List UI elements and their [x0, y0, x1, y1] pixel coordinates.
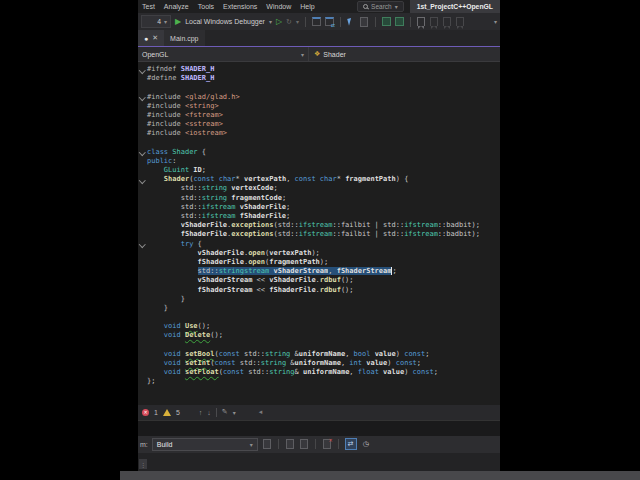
code-line: fShaderStream << fShaderFile.rdbuf();: [138, 286, 500, 295]
error-icon[interactable]: ✕: [142, 409, 149, 416]
timestamp-icon[interactable]: ◷: [361, 439, 371, 449]
sync-window-icon[interactable]: [325, 17, 334, 26]
prev-issue-icon[interactable]: ↑: [199, 409, 203, 416]
code-line: [138, 83, 500, 92]
fold-collapse-icon[interactable]: [138, 148, 147, 157]
search-box[interactable]: Search ▾: [357, 1, 404, 12]
code-line: std::ifstream fShaderFile;: [138, 212, 500, 221]
cursor-pointer-icon[interactable]: [347, 17, 356, 26]
fold-margin: [138, 304, 147, 313]
next-issue-icon[interactable]: ↓: [207, 409, 211, 416]
main-toolbar: 4 ▾ ▶ Local Windows Debugger ▾ ▷ ↻ ▾ ▾: [138, 13, 500, 30]
fold-margin: [138, 295, 147, 304]
warning-icon[interactable]: [163, 409, 171, 416]
word-wrap-icon[interactable]: ⇄: [345, 438, 357, 450]
fold-margin: [138, 120, 147, 129]
code-line: std::ifstream vShaderFile;: [138, 203, 500, 212]
code-line: #include <fstream>: [138, 111, 500, 120]
chevron-down-icon: ▾: [164, 18, 167, 25]
close-icon[interactable]: ✕: [152, 34, 158, 42]
fold-margin: [138, 111, 147, 120]
run-dropdown-icon[interactable]: ▾: [269, 18, 272, 25]
filter-icon[interactable]: ✎: [222, 408, 228, 416]
prev-bookmark-icon[interactable]: [430, 17, 439, 26]
output-separator: [315, 439, 316, 449]
comment-icon[interactable]: [382, 17, 391, 26]
document-icon[interactable]: [360, 17, 369, 26]
filter-dropdown-icon[interactable]: ▾: [233, 409, 236, 416]
next-message-icon[interactable]: [299, 439, 309, 449]
toolbar-overflow-button[interactable]: ▾: [494, 18, 497, 25]
code-line: #include <string>: [138, 102, 500, 111]
run-button[interactable]: ▶: [175, 18, 181, 26]
panel-splitter[interactable]: [138, 420, 500, 436]
fold-margin: [138, 129, 147, 138]
menu-item-test[interactable]: Test: [142, 3, 155, 10]
next-bookmark-icon[interactable]: [443, 17, 452, 26]
prev-message-icon[interactable]: [285, 439, 295, 449]
warning-count[interactable]: 5: [176, 409, 180, 416]
menu-item-analyze[interactable]: Analyze: [164, 3, 189, 10]
output-scrollbar-fragment[interactable]: ⋮: [139, 459, 147, 469]
fold-margin: [138, 102, 147, 111]
code-line: void Use();: [138, 322, 500, 331]
fold-margin: [138, 83, 147, 92]
fold-margin: [138, 368, 147, 377]
fold-margin: [138, 359, 147, 368]
code-line: #include <iostream>: [138, 129, 500, 138]
hscrollbar-left-arrow[interactable]: ◂: [259, 408, 263, 416]
menu-item-tools[interactable]: Tools: [198, 3, 214, 10]
run-label[interactable]: Local Windows Debugger: [185, 18, 265, 25]
code-line: vShaderFile.exceptions(std::ifstream::fa…: [138, 221, 500, 230]
code-line: }: [138, 304, 500, 313]
menu-items: TestAnalyzeToolsExtensionsWindowHelp: [142, 3, 324, 10]
fold-margin: [138, 286, 147, 295]
search-icon: [363, 4, 368, 9]
solution-explorer-window-icon[interactable]: [312, 17, 321, 26]
project-dropdown[interactable]: OpenGL ▾: [138, 47, 309, 61]
fold-collapse-icon[interactable]: [138, 240, 147, 249]
type-dropdown[interactable]: ❖ Shader: [309, 50, 351, 58]
find-message-icon[interactable]: [262, 439, 272, 449]
toolbar-separator: [410, 17, 411, 27]
hot-reload-icon[interactable]: ↻: [286, 18, 292, 26]
fold-collapse-icon[interactable]: [138, 93, 147, 102]
tab-shader-h-cropped[interactable]: ● ✕: [138, 30, 164, 46]
menu-item-extensions[interactable]: Extensions: [223, 3, 257, 10]
start-without-debugging-button[interactable]: ▷: [276, 18, 282, 26]
fold-margin: [138, 331, 147, 340]
fold-collapse-icon[interactable]: [138, 175, 147, 184]
error-count[interactable]: 1: [154, 409, 158, 416]
menu-item-window[interactable]: Window: [266, 3, 291, 10]
clear-bookmarks-icon[interactable]: [456, 17, 465, 26]
menu-item-help[interactable]: Help: [300, 3, 314, 10]
solution-platform-dropdown[interactable]: 4 ▾: [141, 15, 171, 28]
code-line: GLuint ID;: [138, 166, 500, 175]
status-strip: [120, 471, 640, 480]
fold-collapse-icon[interactable]: [138, 65, 147, 74]
hot-reload-dropdown-icon[interactable]: ▾: [296, 18, 299, 25]
editor-navigation-bar: OpenGL ▾ ❖ Shader: [138, 47, 500, 62]
output-source-dropdown[interactable]: Build ▾: [152, 438, 258, 451]
code-line: #ifndef SHADER_H: [138, 65, 500, 74]
clear-all-output-icon[interactable]: [322, 439, 332, 449]
uncomment-icon[interactable]: [395, 17, 404, 26]
code-line: fShaderFile.exceptions(std::ifstream::fa…: [138, 230, 500, 239]
menu-bar: TestAnalyzeToolsExtensionsWindowHelp Sea…: [138, 0, 500, 13]
toolbar-separator: [305, 17, 306, 27]
fold-margin: [138, 322, 147, 331]
toggle-bookmark-icon[interactable]: [417, 17, 426, 26]
output-toolbar: m: Build ▾ ⇄ ◷: [138, 436, 500, 453]
search-label: Search: [371, 3, 392, 10]
tab-main-cpp[interactable]: Main.cpp: [164, 30, 204, 46]
fold-margin: [138, 230, 147, 239]
output-text-area[interactable]: ⋮: [138, 453, 500, 471]
code-editor[interactable]: #ifndef SHADER_H#define SHADER_H#include…: [138, 62, 500, 405]
code-line: void Delete();: [138, 331, 500, 340]
fold-margin: [138, 267, 147, 276]
document-tab-bar: ● ✕ Main.cpp: [138, 30, 500, 47]
code-line: #include <sstream>: [138, 120, 500, 129]
toolbar-separator: [375, 17, 376, 27]
fold-margin: [138, 313, 147, 322]
output-separator: [338, 439, 339, 449]
